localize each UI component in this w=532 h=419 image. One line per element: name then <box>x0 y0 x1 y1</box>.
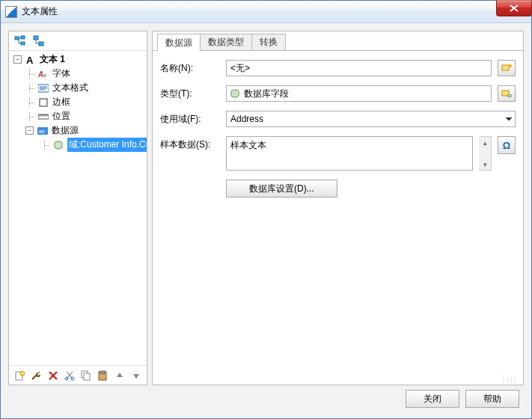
datasource-icon: ab <box>37 126 49 136</box>
border-icon <box>37 97 49 108</box>
tree-item-field[interactable]: 域:Customer Info.Cus <box>10 138 147 152</box>
row-field: 使用域(F): Address <box>160 111 516 127</box>
tree-item-label: 域:Customer Info.Cus <box>67 138 147 152</box>
svg-rect-22 <box>502 65 509 70</box>
tag-db-icon <box>501 88 512 99</box>
svg-point-26 <box>507 95 512 97</box>
tree-item-datasource[interactable]: − ab 数据源 <box>10 123 147 138</box>
sample-textarea[interactable]: 样本文本 <box>226 136 473 171</box>
tab-transform[interactable]: 转换 <box>251 34 286 50</box>
database-icon <box>52 140 64 150</box>
name-browse-button[interactable] <box>498 60 516 76</box>
name-input[interactable] <box>226 60 492 76</box>
delete-icon <box>49 371 58 380</box>
tree-item-label: 字体 <box>52 67 70 80</box>
database-icon <box>230 89 239 98</box>
ruler-icon <box>37 111 49 122</box>
svg-rect-2 <box>21 42 25 45</box>
paste-icon <box>97 370 108 381</box>
paste-button[interactable] <box>95 367 110 384</box>
text-format-icon <box>37 83 49 94</box>
scroll-up-icon[interactable]: ▴ <box>479 137 491 148</box>
text-a-icon: A <box>25 55 37 65</box>
svg-rect-9 <box>40 99 47 106</box>
left-toolbar-top <box>9 31 147 51</box>
tree-item-border[interactable]: 边框 <box>10 95 147 109</box>
collapse-icon[interactable]: − <box>13 55 22 64</box>
dialog-window: 文本属性 <box>0 0 532 419</box>
close-icon <box>510 4 519 12</box>
tree-item-label: 数据源 <box>52 124 79 137</box>
tools-icon <box>31 370 41 381</box>
svg-rect-0 <box>15 37 19 40</box>
db-settings-button[interactable]: 数据库设置(D)... <box>226 180 337 198</box>
expand-tree-button[interactable] <box>12 33 28 49</box>
add-node-icon <box>33 35 45 47</box>
svg-rect-3 <box>34 36 38 40</box>
tree-item-label: 位置 <box>52 110 70 123</box>
cut-button[interactable] <box>62 367 77 384</box>
cut-icon <box>64 370 75 381</box>
tools-button[interactable] <box>28 367 43 384</box>
copy-button[interactable] <box>79 367 94 384</box>
new-icon <box>14 370 25 381</box>
dialog-button-bar: 关闭 帮助 <box>8 385 524 412</box>
client-area: − A 文本 1 Aa 字体 <box>1 23 531 418</box>
tree-line <box>40 141 49 150</box>
tab-datasource[interactable]: 数据源 <box>157 34 201 51</box>
tree-item-label: 边框 <box>52 96 70 108</box>
tree-root[interactable]: − A 文本 1 <box>10 52 147 67</box>
tree-line <box>25 98 34 107</box>
label-sample: 样本数据(S): <box>160 136 220 151</box>
collapse-icon[interactable]: − <box>25 126 34 135</box>
add-node-button[interactable] <box>31 33 47 49</box>
tree-item-position[interactable]: 位置 <box>10 109 147 123</box>
tag-icon <box>501 63 512 73</box>
field-select[interactable]: Address <box>226 111 516 127</box>
close-button[interactable]: 关闭 <box>406 390 459 408</box>
arrow-down-icon <box>132 371 141 380</box>
type-change-button[interactable] <box>498 85 516 102</box>
row-name: 名称(N): <box>160 60 516 76</box>
tree-line <box>25 112 34 121</box>
row-sample: 样本数据(S): 样本文本 ▴ ▾ Ω <box>160 136 516 171</box>
move-up-button[interactable] <box>112 367 127 384</box>
delete-button[interactable] <box>46 367 61 384</box>
label-type: 类型(T): <box>160 88 220 100</box>
svg-rect-19 <box>84 373 90 380</box>
right-panel: 数据源 数据类型 转换 名称(N): 类型(T): <box>152 31 524 385</box>
svg-rect-1 <box>21 36 25 39</box>
help-button[interactable]: 帮助 <box>465 390 519 408</box>
tree-root-label: 文本 1 <box>40 53 65 66</box>
window-title: 文本属性 <box>22 5 58 18</box>
svg-text:A: A <box>26 55 34 65</box>
omega-icon: Ω <box>503 140 510 151</box>
left-panel: − A 文本 1 Aa 字体 <box>8 31 147 385</box>
arrow-up-icon <box>115 371 124 380</box>
move-down-button[interactable] <box>129 367 144 384</box>
new-button[interactable] <box>12 367 27 384</box>
tree-line <box>25 70 34 79</box>
label-name: 名称(N): <box>160 62 220 75</box>
app-icon <box>5 6 17 18</box>
tree-item-label: 文本格式 <box>52 82 88 94</box>
svg-point-15 <box>20 371 25 376</box>
window-close-button[interactable] <box>496 0 532 16</box>
svg-rect-4 <box>39 42 43 46</box>
property-tree[interactable]: − A 文本 1 Aa 字体 <box>9 51 147 365</box>
type-value: 数据库字段 <box>244 88 289 100</box>
tree-item-font[interactable]: Aa 字体 <box>10 67 147 81</box>
scroll-down-icon[interactable]: ▾ <box>479 159 491 170</box>
row-type: 类型(T): 数据库字段 <box>160 85 516 102</box>
textarea-scrollbar[interactable]: ▴ ▾ <box>479 136 492 171</box>
main-row: − A 文本 1 Aa 字体 <box>8 31 524 385</box>
tab-datatype[interactable]: 数据类型 <box>200 34 252 50</box>
label-field: 使用域(F): <box>160 113 220 126</box>
tree-item-text-format[interactable]: 文本格式 <box>10 81 147 95</box>
svg-rect-21 <box>100 371 105 373</box>
row-dbsettings: 数据库设置(D)... <box>160 180 516 198</box>
svg-point-23 <box>509 64 512 67</box>
titlebar: 文本属性 <box>1 1 531 23</box>
copy-icon <box>81 370 91 381</box>
insert-symbol-button[interactable]: Ω <box>498 136 516 154</box>
